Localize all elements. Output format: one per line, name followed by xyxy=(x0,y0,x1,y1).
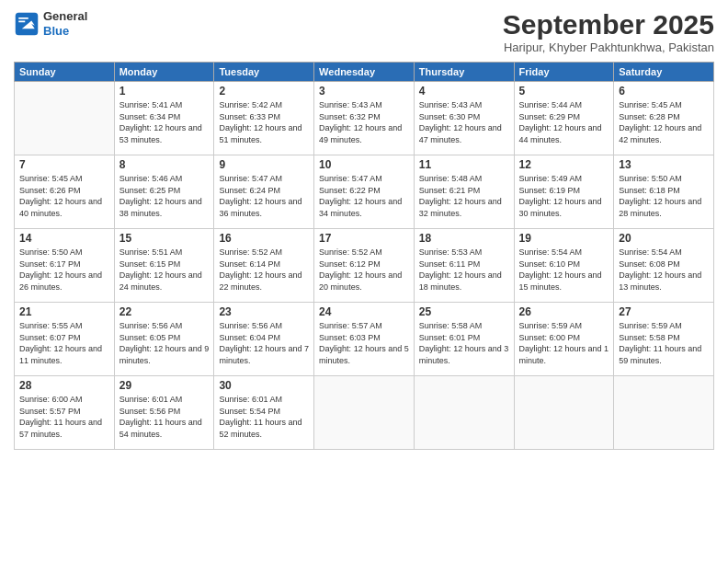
day-info: Sunrise: 5:54 AM Sunset: 6:10 PM Dayligh… xyxy=(519,247,609,293)
calendar-cell: 23Sunrise: 5:56 AM Sunset: 6:04 PM Dayli… xyxy=(214,303,314,376)
day-number: 6 xyxy=(619,85,709,98)
calendar-cell xyxy=(15,82,115,155)
day-number: 21 xyxy=(19,305,109,318)
day-info: Sunrise: 5:47 AM Sunset: 6:24 PM Dayligh… xyxy=(219,173,309,219)
week-row-3: 21Sunrise: 5:55 AM Sunset: 6:07 PM Dayli… xyxy=(15,303,714,376)
day-info: Sunrise: 5:46 AM Sunset: 6:25 PM Dayligh… xyxy=(119,173,210,219)
day-info: Sunrise: 5:52 AM Sunset: 6:12 PM Dayligh… xyxy=(319,247,409,293)
calendar-cell: 7Sunrise: 5:45 AM Sunset: 6:26 PM Daylig… xyxy=(15,155,115,229)
header-row: Sunday Monday Tuesday Wednesday Thursday… xyxy=(15,63,714,82)
day-info: Sunrise: 5:59 AM Sunset: 6:00 PM Dayligh… xyxy=(519,320,609,366)
day-number: 24 xyxy=(319,305,409,318)
header-sunday: Sunday xyxy=(15,63,115,82)
day-info: Sunrise: 5:42 AM Sunset: 6:33 PM Dayligh… xyxy=(219,99,309,145)
calendar-cell: 15Sunrise: 5:51 AM Sunset: 6:15 PM Dayli… xyxy=(114,229,214,303)
calendar-table: Sunday Monday Tuesday Wednesday Thursday… xyxy=(14,62,714,450)
day-number: 27 xyxy=(619,305,709,318)
logo-text: General Blue xyxy=(43,9,87,38)
day-number: 10 xyxy=(319,158,409,171)
day-number: 20 xyxy=(619,232,709,245)
day-number: 18 xyxy=(419,232,509,245)
logo: General Blue xyxy=(14,9,87,38)
header-thursday: Thursday xyxy=(414,63,514,82)
calendar-cell: 2Sunrise: 5:42 AM Sunset: 6:33 PM Daylig… xyxy=(214,82,314,155)
header-tuesday: Tuesday xyxy=(214,63,314,82)
day-info: Sunrise: 5:49 AM Sunset: 6:19 PM Dayligh… xyxy=(519,173,609,219)
header-wednesday: Wednesday xyxy=(314,63,415,82)
day-info: Sunrise: 5:59 AM Sunset: 5:58 PM Dayligh… xyxy=(619,320,709,366)
svg-rect-3 xyxy=(18,20,25,22)
day-number: 25 xyxy=(419,305,509,318)
calendar-cell: 6Sunrise: 5:45 AM Sunset: 6:28 PM Daylig… xyxy=(614,82,714,155)
header-saturday: Saturday xyxy=(614,63,714,82)
day-number: 5 xyxy=(519,85,609,98)
page: General Blue September 2025 Haripur, Khy… xyxy=(0,0,728,563)
header-friday: Friday xyxy=(514,63,614,82)
calendar-cell xyxy=(314,376,415,450)
day-info: Sunrise: 5:51 AM Sunset: 6:15 PM Dayligh… xyxy=(119,247,210,293)
day-info: Sunrise: 6:01 AM Sunset: 5:54 PM Dayligh… xyxy=(219,394,309,440)
month-title: September 2025 xyxy=(503,9,714,40)
day-info: Sunrise: 5:52 AM Sunset: 6:14 PM Dayligh… xyxy=(219,247,309,293)
day-number: 15 xyxy=(119,232,210,245)
day-info: Sunrise: 5:55 AM Sunset: 6:07 PM Dayligh… xyxy=(19,320,109,366)
calendar-cell: 27Sunrise: 5:59 AM Sunset: 5:58 PM Dayli… xyxy=(614,303,714,376)
calendar-cell: 26Sunrise: 5:59 AM Sunset: 6:00 PM Dayli… xyxy=(514,303,614,376)
calendar-cell: 12Sunrise: 5:49 AM Sunset: 6:19 PM Dayli… xyxy=(514,155,614,229)
location: Haripur, Khyber Pakhtunkhwa, Pakistan xyxy=(503,40,714,54)
calendar-cell: 3Sunrise: 5:43 AM Sunset: 6:32 PM Daylig… xyxy=(314,82,415,155)
calendar-cell: 30Sunrise: 6:01 AM Sunset: 5:54 PM Dayli… xyxy=(214,376,314,450)
week-row-1: 7Sunrise: 5:45 AM Sunset: 6:26 PM Daylig… xyxy=(15,155,714,229)
day-number: 30 xyxy=(219,379,309,392)
day-number: 13 xyxy=(619,158,709,171)
day-info: Sunrise: 5:48 AM Sunset: 6:21 PM Dayligh… xyxy=(419,173,509,219)
logo-line1: General xyxy=(43,9,87,24)
day-number: 19 xyxy=(519,232,609,245)
svg-rect-0 xyxy=(16,12,39,35)
day-info: Sunrise: 6:00 AM Sunset: 5:57 PM Dayligh… xyxy=(19,394,109,440)
day-number: 23 xyxy=(219,305,309,318)
day-info: Sunrise: 5:43 AM Sunset: 6:30 PM Dayligh… xyxy=(419,99,509,145)
week-row-4: 28Sunrise: 6:00 AM Sunset: 5:57 PM Dayli… xyxy=(15,376,714,450)
day-number: 1 xyxy=(119,85,210,98)
day-number: 11 xyxy=(419,158,509,171)
day-info: Sunrise: 5:57 AM Sunset: 6:03 PM Dayligh… xyxy=(319,320,409,366)
calendar-cell: 10Sunrise: 5:47 AM Sunset: 6:22 PM Dayli… xyxy=(314,155,415,229)
day-number: 2 xyxy=(219,85,309,98)
day-info: Sunrise: 5:50 AM Sunset: 6:18 PM Dayligh… xyxy=(619,173,709,219)
calendar-cell: 9Sunrise: 5:47 AM Sunset: 6:24 PM Daylig… xyxy=(214,155,314,229)
day-number: 7 xyxy=(19,158,109,171)
day-number: 3 xyxy=(319,85,409,98)
calendar-cell: 22Sunrise: 5:56 AM Sunset: 6:05 PM Dayli… xyxy=(114,303,214,376)
day-info: Sunrise: 5:44 AM Sunset: 6:29 PM Dayligh… xyxy=(519,99,609,145)
calendar-cell: 25Sunrise: 5:58 AM Sunset: 6:01 PM Dayli… xyxy=(414,303,514,376)
day-number: 16 xyxy=(219,232,309,245)
logo-line2: Blue xyxy=(43,24,87,39)
day-number: 12 xyxy=(519,158,609,171)
day-info: Sunrise: 5:56 AM Sunset: 6:04 PM Dayligh… xyxy=(219,320,309,366)
logo-icon xyxy=(14,11,40,37)
day-info: Sunrise: 6:01 AM Sunset: 5:56 PM Dayligh… xyxy=(119,394,210,440)
day-number: 8 xyxy=(119,158,210,171)
day-number: 29 xyxy=(119,379,210,392)
calendar-cell xyxy=(614,376,714,450)
calendar-cell: 14Sunrise: 5:50 AM Sunset: 6:17 PM Dayli… xyxy=(15,229,115,303)
calendar-cell: 11Sunrise: 5:48 AM Sunset: 6:21 PM Dayli… xyxy=(414,155,514,229)
day-info: Sunrise: 5:50 AM Sunset: 6:17 PM Dayligh… xyxy=(19,247,109,293)
day-number: 4 xyxy=(419,85,509,98)
week-row-2: 14Sunrise: 5:50 AM Sunset: 6:17 PM Dayli… xyxy=(15,229,714,303)
calendar-cell: 17Sunrise: 5:52 AM Sunset: 6:12 PM Dayli… xyxy=(314,229,415,303)
calendar-cell xyxy=(414,376,514,450)
calendar-cell: 18Sunrise: 5:53 AM Sunset: 6:11 PM Dayli… xyxy=(414,229,514,303)
calendar-cell: 1Sunrise: 5:41 AM Sunset: 6:34 PM Daylig… xyxy=(114,82,214,155)
calendar-cell: 20Sunrise: 5:54 AM Sunset: 6:08 PM Dayli… xyxy=(614,229,714,303)
calendar-cell: 8Sunrise: 5:46 AM Sunset: 6:25 PM Daylig… xyxy=(114,155,214,229)
header-monday: Monday xyxy=(114,63,214,82)
day-number: 26 xyxy=(519,305,609,318)
day-info: Sunrise: 5:47 AM Sunset: 6:22 PM Dayligh… xyxy=(319,173,409,219)
day-info: Sunrise: 5:53 AM Sunset: 6:11 PM Dayligh… xyxy=(419,247,509,293)
day-number: 17 xyxy=(319,232,409,245)
day-info: Sunrise: 5:41 AM Sunset: 6:34 PM Dayligh… xyxy=(119,99,210,145)
calendar-cell: 24Sunrise: 5:57 AM Sunset: 6:03 PM Dayli… xyxy=(314,303,415,376)
day-info: Sunrise: 5:54 AM Sunset: 6:08 PM Dayligh… xyxy=(619,247,709,293)
